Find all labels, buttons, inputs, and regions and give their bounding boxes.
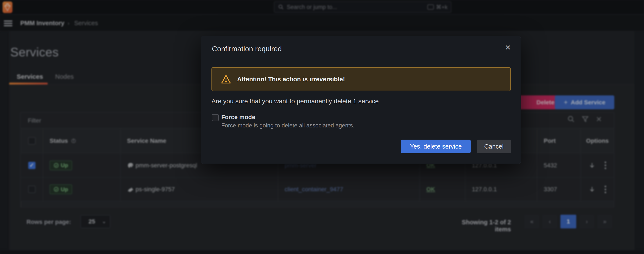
force-mode-checkbox[interactable] bbox=[212, 114, 219, 121]
cancel-button[interactable]: Cancel bbox=[477, 139, 511, 153]
confirmation-dialog: Confirmation required ✕ Attention! This … bbox=[201, 36, 521, 164]
screen: Search or jump to... ⌘+k PMM Inventory ›… bbox=[0, 0, 644, 254]
warning-text: Attention! This action is irreversible! bbox=[237, 76, 345, 83]
warning-alert: Attention! This action is irreversible! bbox=[212, 67, 511, 91]
warning-triangle-icon bbox=[221, 75, 231, 84]
close-icon[interactable]: ✕ bbox=[505, 44, 511, 51]
confirmation-question: Are you sure that you want to permanentl… bbox=[212, 98, 379, 105]
force-mode-description: Force mode is going to delete all associ… bbox=[221, 122, 354, 129]
confirm-delete-button[interactable]: Yes, delete service bbox=[401, 139, 470, 153]
dialog-title: Confirmation required bbox=[212, 45, 282, 53]
force-mode-label[interactable]: Force mode bbox=[221, 114, 255, 121]
